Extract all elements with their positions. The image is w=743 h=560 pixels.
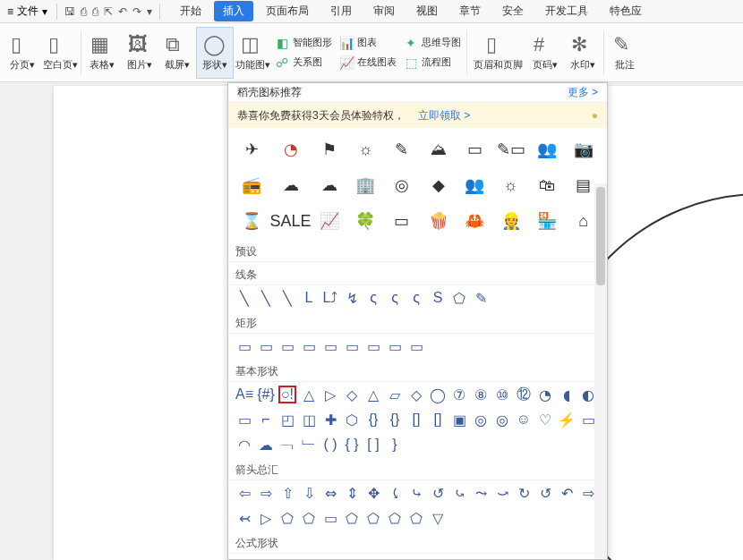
shape-item[interactable]: { } — [343, 436, 361, 454]
recommended-icon[interactable]: 👷 — [492, 203, 529, 239]
shape-item[interactable]: ▷ — [257, 509, 275, 527]
recommended-icon[interactable]: 🦀 — [457, 203, 493, 239]
shape-item[interactable]: [ ] — [364, 436, 382, 454]
recommended-icon[interactable]: ◎ — [384, 167, 421, 203]
shape-item[interactable]: } — [386, 436, 404, 454]
shape-item[interactable]: ↻ — [515, 484, 533, 502]
shape-item[interactable]: ⑩ — [493, 386, 511, 403]
tab-chapter[interactable]: 章节 — [450, 1, 490, 21]
shape-item[interactable]: ▭ — [364, 337, 382, 355]
recommended-icon[interactable]: SALE — [270, 203, 312, 239]
shape-item[interactable]: ☁ — [257, 436, 275, 454]
recommended-icon[interactable]: 👥 — [457, 167, 493, 203]
shape-item[interactable]: ⬠ — [364, 509, 382, 527]
shape-item[interactable]: ⤳ — [472, 484, 490, 502]
shape-item[interactable]: ▱ — [386, 386, 404, 403]
recommended-icon[interactable]: ▭ — [384, 203, 421, 239]
recommended-icon[interactable]: ✎ — [384, 132, 421, 167]
page-number-button[interactable]: # 页码▾ — [526, 27, 564, 79]
flowchart-button[interactable]: ⬚流程图 — [400, 54, 465, 72]
shape-item[interactable]: ◠ — [235, 436, 253, 454]
shape-item[interactable]: ▭ — [278, 337, 296, 355]
export-icon[interactable]: ⇱ — [104, 5, 113, 18]
shape-item[interactable]: L⤴ — [321, 289, 339, 307]
recommended-icon[interactable]: ▭ — [457, 132, 493, 167]
shape-item[interactable]: ↯ — [343, 289, 361, 307]
recommended-icon[interactable]: ✎▭ — [492, 132, 529, 167]
shape-item[interactable]: ( ) — [321, 436, 339, 454]
shape-item[interactable]: ▭ — [257, 337, 275, 355]
tab-special[interactable]: 特色应 — [601, 1, 651, 21]
shape-item[interactable]: ⇧ — [278, 484, 296, 502]
shape-item[interactable]: △ — [364, 386, 382, 403]
shape-item[interactable]: ⬠ — [300, 509, 318, 527]
shape-item[interactable]: ↺ — [429, 484, 447, 502]
smartart-button[interactable]: ◫ 功能图▾ — [234, 27, 271, 79]
promo-claim-link[interactable]: 立即领取 > — [418, 109, 470, 122]
shape-item[interactable]: ◔ — [536, 386, 554, 403]
recommended-icon[interactable]: ☁ — [270, 167, 312, 203]
shape-item[interactable]: ◎ — [472, 411, 490, 428]
table-button[interactable]: ▦ 表格▾ — [83, 27, 121, 79]
recommended-icon[interactable]: ☼ — [347, 132, 384, 167]
scrollbar-thumb[interactable] — [596, 187, 605, 285]
shape-item[interactable]: ○! — [278, 386, 296, 403]
tab-references[interactable]: 引用 — [321, 1, 361, 21]
shape-item[interactable]: ⬠ — [278, 509, 296, 527]
shape-item[interactable]: ▭ — [235, 337, 253, 355]
recommended-icon[interactable]: ◔ — [270, 132, 312, 167]
shape-item[interactable]: ⬠ — [407, 509, 425, 527]
shape-item[interactable]: ﹁ — [278, 436, 296, 454]
shape-item[interactable]: ⬠ — [343, 509, 361, 527]
watermark-button[interactable]: ✻ 水印▾ — [564, 27, 602, 79]
tab-developer[interactable]: 开发工具 — [536, 1, 597, 21]
recommended-icon[interactable]: 🏪 — [529, 203, 566, 239]
page-break-button[interactable]: ▯ 分页▾ — [4, 27, 41, 79]
recommended-icon[interactable]: 📷 — [565, 132, 602, 167]
shape-item[interactable]: ▭ — [386, 337, 404, 355]
recommended-icon[interactable]: 🛍 — [529, 167, 566, 203]
save-icon[interactable]: 🖫 — [64, 5, 75, 18]
shape-item[interactable]: ⇨ — [257, 484, 275, 502]
shape-item[interactable]: ✎ — [472, 289, 490, 307]
tab-start[interactable]: 开始 — [171, 1, 210, 21]
undo-icon[interactable]: ↶ — [118, 5, 127, 18]
shape-item[interactable]: ς — [386, 289, 404, 307]
shape-item[interactable]: ⇩ — [300, 484, 318, 502]
recommended-icon[interactable]: 🍿 — [420, 203, 457, 239]
shape-item[interactable]: ▭ — [321, 509, 339, 527]
qat-dropdown-icon[interactable]: ▾ — [147, 5, 152, 18]
shape-item[interactable]: ⤹ — [386, 484, 404, 502]
smart-shape-button[interactable]: ◧智能图形 — [271, 34, 336, 52]
shape-item[interactable]: [] — [407, 411, 425, 428]
shape-item[interactable]: ς — [364, 289, 382, 307]
tab-insert[interactable]: 插入 — [214, 1, 253, 21]
print-icon[interactable]: ⎙ — [92, 5, 98, 18]
shape-item[interactable]: ⤿ — [450, 484, 468, 502]
shape-item[interactable]: ⬠ — [450, 289, 468, 307]
shape-item[interactable]: ▭ — [300, 337, 318, 355]
shape-item[interactable]: ╲ — [235, 289, 253, 307]
shape-item[interactable]: ◇ — [343, 386, 361, 403]
file-menu[interactable]: ≡ 文件 ▾ — [0, 4, 55, 19]
print-preview-icon[interactable]: ⎙ — [81, 5, 87, 18]
shape-item[interactable]: ♡ — [536, 411, 554, 428]
shape-item[interactable]: ⇕ — [343, 484, 361, 502]
chart-button[interactable]: 📊图表 — [336, 34, 400, 52]
online-chart-button[interactable]: 📈在线图表 — [336, 54, 400, 72]
shape-item[interactable]: ✚ — [321, 411, 339, 428]
shape-item[interactable]: ◖ — [558, 386, 576, 403]
relation-button[interactable]: ☍关系图 — [271, 54, 336, 72]
recommended-icon[interactable]: ☼ — [492, 167, 529, 203]
picture-button[interactable]: 🖼 图片▾ — [121, 27, 158, 79]
shape-item[interactable]: ⤷ — [407, 484, 425, 502]
promo-close-icon[interactable]: ● — [592, 109, 598, 122]
recommended-icon[interactable]: 🏢 — [347, 167, 384, 203]
shape-item[interactable]: ⑫ — [515, 386, 533, 403]
shape-item[interactable]: {#} — [257, 386, 275, 403]
shape-item[interactable]: ▭ — [235, 411, 253, 428]
shape-item[interactable]: ▷ — [321, 386, 339, 403]
shape-item[interactable]: ς — [407, 289, 425, 307]
header-footer-button[interactable]: ▯ 页眉和页脚 — [469, 27, 526, 79]
shape-item[interactable]: ◇ — [407, 386, 425, 403]
